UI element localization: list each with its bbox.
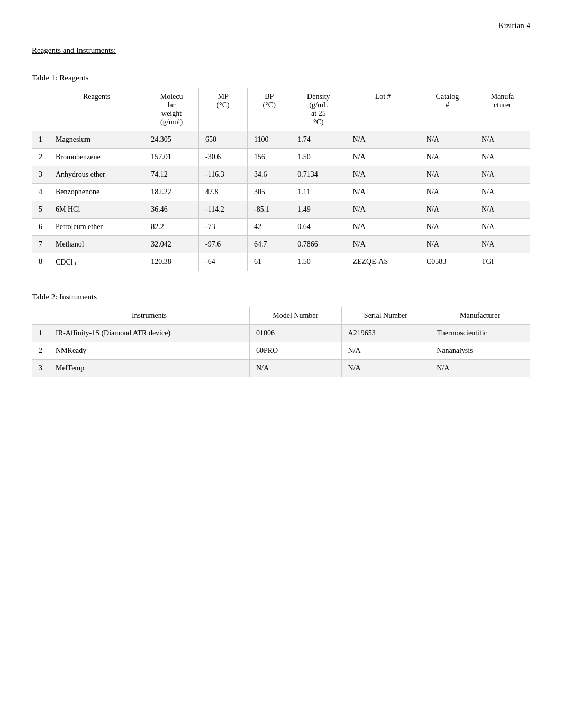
table-cell: 1.11 bbox=[291, 184, 346, 201]
table-cell: 36.46 bbox=[144, 201, 199, 219]
col-manufacturer: Manufacturer bbox=[475, 88, 530, 131]
table-cell: MelTemp bbox=[49, 360, 250, 377]
table-cell: 2 bbox=[32, 149, 49, 166]
table-cell: Nananalysis bbox=[430, 342, 530, 360]
table-cell: C0583 bbox=[420, 253, 475, 271]
table-cell: 1 bbox=[32, 325, 49, 342]
table-cell: N/A bbox=[420, 149, 475, 166]
table-cell: N/A bbox=[420, 131, 475, 149]
table-cell: 74.12 bbox=[144, 166, 199, 184]
instruments-table: Instruments Model Number Serial Number M… bbox=[32, 307, 530, 377]
table-cell: -114.2 bbox=[199, 201, 248, 219]
table-cell: -97.6 bbox=[199, 236, 248, 253]
table-cell: N/A bbox=[420, 166, 475, 184]
table-cell: 650 bbox=[199, 131, 248, 149]
table-cell: N/A bbox=[420, 219, 475, 236]
table-cell: 120.38 bbox=[144, 253, 199, 271]
table-cell: 2 bbox=[32, 342, 49, 360]
table-cell: N/A bbox=[346, 149, 420, 166]
table-row: 8CDCl₃120.38-64611.50ZEZQE-ASC0583TGI bbox=[32, 253, 530, 271]
table-cell: IR-Affinity-1S (Diamond ATR device) bbox=[49, 325, 250, 342]
table-row: 3Anhydrous ether74.12-116.334.60.7134N/A… bbox=[32, 166, 530, 184]
table-cell: 5 bbox=[32, 201, 49, 219]
table-cell: N/A bbox=[475, 236, 530, 253]
table-row: 7Methanol32.042-97.664.70.7866N/AN/AN/A bbox=[32, 236, 530, 253]
table-cell: TGI bbox=[475, 253, 530, 271]
section-heading: Reagents and Instruments: bbox=[32, 46, 530, 65]
col-serial: Serial Number bbox=[341, 307, 430, 325]
col-mfr: Manufacturer bbox=[430, 307, 530, 325]
table-cell: 0.7134 bbox=[291, 166, 346, 184]
table-cell: N/A bbox=[341, 360, 430, 377]
table-cell: 1.50 bbox=[291, 253, 346, 271]
table-cell: N/A bbox=[420, 236, 475, 253]
table-cell: 1100 bbox=[248, 131, 291, 149]
table-cell: 182.22 bbox=[144, 184, 199, 201]
table-cell: -73 bbox=[199, 219, 248, 236]
table-cell: 3 bbox=[32, 360, 49, 377]
table-cell: N/A bbox=[475, 219, 530, 236]
table-cell: CDCl₃ bbox=[49, 253, 144, 271]
table-cell: N/A bbox=[420, 184, 475, 201]
table-cell: 1.49 bbox=[291, 201, 346, 219]
table-row: 3MelTempN/AN/AN/A bbox=[32, 360, 530, 377]
col-mol-weight: Molecularweight(g/mol) bbox=[144, 88, 199, 131]
col-bp: BP(°C) bbox=[248, 88, 291, 131]
table-cell: N/A bbox=[346, 219, 420, 236]
table-cell: N/A bbox=[475, 201, 530, 219]
table-cell: ZEZQE-AS bbox=[346, 253, 420, 271]
table-cell: N/A bbox=[341, 342, 430, 360]
table-cell: N/A bbox=[346, 184, 420, 201]
table-cell: N/A bbox=[346, 166, 420, 184]
table-row: 2Bromobenzene157.01-30.61561.50N/AN/AN/A bbox=[32, 149, 530, 166]
page-header: Kizirian 4 bbox=[32, 21, 530, 30]
table-cell: -85.1 bbox=[248, 201, 291, 219]
table-cell: 1 bbox=[32, 131, 49, 149]
table1-title: Table 1: Reagents bbox=[32, 74, 530, 83]
table-cell: N/A bbox=[346, 201, 420, 219]
table2-section: Table 2: Instruments Instruments Model N… bbox=[32, 293, 530, 377]
table1-header-row: Reagents Molecularweight(g/mol) MP(°C) B… bbox=[32, 88, 530, 131]
table-cell: 3 bbox=[32, 166, 49, 184]
table-cell: N/A bbox=[475, 184, 530, 201]
col-catalog: Catalog# bbox=[420, 88, 475, 131]
table-cell: Benzophenone bbox=[49, 184, 144, 201]
table-cell: 61 bbox=[248, 253, 291, 271]
table-cell: 64.7 bbox=[248, 236, 291, 253]
table-cell: N/A bbox=[249, 360, 341, 377]
table-cell: 60PRO bbox=[249, 342, 341, 360]
table-cell: 32.042 bbox=[144, 236, 199, 253]
table-row: 1IR-Affinity-1S (Diamond ATR device)0100… bbox=[32, 325, 530, 342]
table-cell: 4 bbox=[32, 184, 49, 201]
col-model: Model Number bbox=[249, 307, 341, 325]
table-cell: 157.01 bbox=[144, 149, 199, 166]
table-cell: 34.6 bbox=[248, 166, 291, 184]
table-cell: 7 bbox=[32, 236, 49, 253]
table-row: 4Benzophenone182.2247.83051.11N/AN/AN/A bbox=[32, 184, 530, 201]
table-cell: 6 bbox=[32, 219, 49, 236]
col-density: Density(g/mLat 25°C) bbox=[291, 88, 346, 131]
table-cell: N/A bbox=[430, 360, 530, 377]
table1-body: 1Magnesium24.30565011001.74N/AN/AN/A2Bro… bbox=[32, 131, 530, 271]
table1-section: Table 1: Reagents Reagents Molecularweig… bbox=[32, 74, 530, 271]
table-cell: -64 bbox=[199, 253, 248, 271]
table-cell: 156 bbox=[248, 149, 291, 166]
table-cell: Petroleum ether bbox=[49, 219, 144, 236]
table-cell: N/A bbox=[475, 131, 530, 149]
table-cell: 42 bbox=[248, 219, 291, 236]
table-cell: 0.7866 bbox=[291, 236, 346, 253]
table-cell: 1.74 bbox=[291, 131, 346, 149]
table-cell: 0.64 bbox=[291, 219, 346, 236]
table-cell: 8 bbox=[32, 253, 49, 271]
table-cell: Thermoscientific bbox=[430, 325, 530, 342]
page-label: Kizirian 4 bbox=[498, 21, 530, 30]
table2-header-row: Instruments Model Number Serial Number M… bbox=[32, 307, 530, 325]
table-cell: 24.305 bbox=[144, 131, 199, 149]
table-cell: 47.8 bbox=[199, 184, 248, 201]
col-num2 bbox=[32, 307, 49, 325]
table-cell: NMReady bbox=[49, 342, 250, 360]
table-cell: N/A bbox=[346, 236, 420, 253]
table-row: 6Petroleum ether82.2-73420.64N/AN/AN/A bbox=[32, 219, 530, 236]
table-cell: 01006 bbox=[249, 325, 341, 342]
table-cell: -116.3 bbox=[199, 166, 248, 184]
